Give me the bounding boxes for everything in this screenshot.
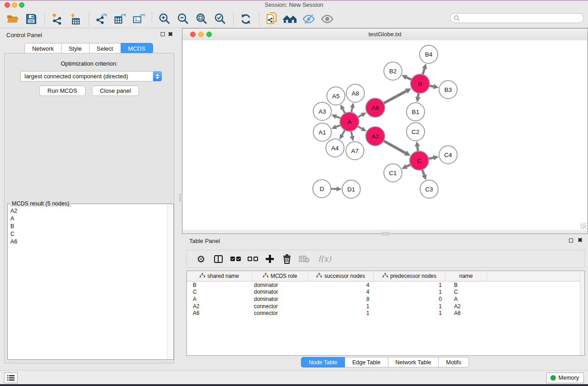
table-cell[interactable]: 8 <box>308 296 374 302</box>
table-cell[interactable]: 1 <box>374 310 445 316</box>
export-network-icon[interactable] <box>94 12 109 26</box>
tab-style[interactable]: Style <box>62 43 90 54</box>
mcds-result-item[interactable]: B <box>8 222 167 230</box>
table-row[interactable]: Adominator80A <box>187 295 584 303</box>
table-row[interactable]: A6connector11A6 <box>187 310 584 317</box>
table-cell[interactable]: 4 <box>308 282 374 288</box>
select-all-icon[interactable] <box>229 252 242 266</box>
hide-details-icon[interactable] <box>301 12 316 26</box>
run-mcds-button[interactable]: Run MCDS <box>39 86 86 96</box>
table-cell[interactable]: connector <box>252 303 308 310</box>
table-cell[interactable]: dominator <box>252 282 308 288</box>
table-cell[interactable]: 4 <box>308 289 374 295</box>
table-cell[interactable]: 1 <box>374 303 445 310</box>
memory-button[interactable]: Memory <box>546 372 584 383</box>
table-cell[interactable]: A <box>445 296 487 302</box>
add-column-icon[interactable] <box>263 252 277 266</box>
import-table-icon[interactable] <box>68 12 83 26</box>
delete-table-icon[interactable] <box>297 252 311 266</box>
delete-column-trash-icon[interactable] <box>280 252 294 266</box>
close-table-panel-icon[interactable]: ✖ <box>578 237 583 243</box>
table-row[interactable]: A2connector11A2 <box>187 303 584 310</box>
save-session-icon[interactable] <box>24 12 38 26</box>
column-header-successor-nodes[interactable]: successor nodes <box>308 271 374 281</box>
column-header-shared-name[interactable]: shared name <box>187 271 252 281</box>
table-cell[interactable]: connector <box>252 310 308 316</box>
zoom-out-icon[interactable] <box>176 12 190 26</box>
table-cell[interactable]: B <box>445 282 487 288</box>
graph-edge-C-C2[interactable] <box>417 147 418 151</box>
show-details-icon[interactable] <box>320 12 335 26</box>
show-columns-icon[interactable] <box>211 252 225 266</box>
home-icon[interactable] <box>283 12 297 26</box>
graph-edge-A-A3[interactable] <box>336 117 340 119</box>
graph-edge-A-A6[interactable] <box>358 115 362 117</box>
table-row[interactable]: Cdominator41C <box>187 289 584 296</box>
network-canvas[interactable]: B4B2BB3A8A5A6A3B1AA1C2A2A4A7C4CC1C3DD1 <box>183 40 587 230</box>
table-cell[interactable]: A2 <box>445 303 487 310</box>
export-table-icon[interactable] <box>113 12 127 26</box>
column-header-predecessor-nodes[interactable]: predecessor nodes <box>374 271 445 281</box>
import-network-icon[interactable] <box>50 12 64 26</box>
table-cell[interactable]: 1 <box>308 303 374 310</box>
refresh-icon[interactable] <box>239 12 253 26</box>
graph-edge-C-C4[interactable] <box>429 158 434 159</box>
tab-network-table[interactable]: Network Table <box>388 357 439 367</box>
tab-network[interactable]: Network <box>24 43 62 54</box>
close-panel-icon[interactable]: ✖ <box>168 31 173 38</box>
graph-edge-B-B3[interactable] <box>430 86 434 86</box>
table-cell[interactable]: A2 <box>187 303 252 310</box>
table-cell[interactable]: C <box>445 289 487 295</box>
search-field[interactable] <box>450 13 584 23</box>
mcds-result-item[interactable]: A2 <box>8 207 167 214</box>
table-cell[interactable]: dominator <box>252 296 308 302</box>
table-cell[interactable]: A6 <box>445 310 487 316</box>
table-cell[interactable]: 0 <box>374 296 445 302</box>
graph-edge-A-A5[interactable] <box>343 109 345 114</box>
table-scrollbar[interactable] <box>580 271 584 355</box>
tab-mcds[interactable]: MCDS <box>121 43 153 54</box>
mcds-result-item[interactable]: A <box>8 214 167 222</box>
tab-node-table[interactable]: Node Table <box>301 357 345 367</box>
graph-edge-A-A7[interactable] <box>351 131 352 136</box>
network-window-titlebar[interactable]: testGlobe.txt <box>182 29 588 41</box>
result-scrollbar[interactable] <box>167 205 173 359</box>
resize-grip[interactable] <box>580 223 586 229</box>
mcds-result-item[interactable]: A6 <box>8 238 167 245</box>
zoom-in-icon[interactable] <box>157 12 172 26</box>
table-cell[interactable]: 1 <box>374 282 445 288</box>
table-settings-gear-icon[interactable]: ⚙ <box>194 252 208 266</box>
column-header-MCDS-role[interactable]: MCDS role <box>252 271 308 281</box>
export-image-icon[interactable] <box>131 12 146 26</box>
open-session-icon[interactable] <box>264 12 279 26</box>
graph-edge-A-A2[interactable] <box>358 126 362 129</box>
graph-edge-A6-B[interactable] <box>384 91 406 103</box>
deselect-all-icon[interactable] <box>246 252 259 266</box>
tab-motifs[interactable]: Motifs <box>439 357 468 367</box>
graph-edge-A2-C[interactable] <box>383 141 406 153</box>
table-cell[interactable]: A6 <box>187 310 252 316</box>
graph-edge-A-A8[interactable] <box>351 108 352 113</box>
float-table-panel-icon[interactable] <box>569 238 573 243</box>
table-cell[interactable]: B <box>187 282 252 288</box>
table-cell[interactable]: 1 <box>374 289 445 295</box>
table-cell[interactable]: 1 <box>308 310 374 316</box>
table-cell[interactable]: A <box>187 296 252 302</box>
zoom-fit-icon[interactable] <box>194 12 209 26</box>
tab-select[interactable]: Select <box>90 43 121 54</box>
open-file-icon[interactable] <box>5 12 20 26</box>
graph-edge-C-C3[interactable] <box>422 170 424 175</box>
graph-edge-C-C1[interactable] <box>406 165 411 167</box>
zoom-selected-icon[interactable] <box>213 12 227 26</box>
apply-function-icon[interactable]: f(x) <box>315 252 335 266</box>
search-input[interactable] <box>460 14 575 22</box>
table-cell[interactable]: dominator <box>252 289 308 295</box>
graph-edge-B-B1[interactable] <box>418 93 418 97</box>
task-history-button[interactable] <box>4 372 18 383</box>
table-row[interactable]: Bdominator41B <box>187 281 584 289</box>
splitter-handle-vertical[interactable] <box>179 194 182 201</box>
optimization-criterion-select[interactable]: largest connected component (directed) <box>20 71 162 81</box>
close-panel-button[interactable]: Close panel <box>92 86 139 96</box>
float-panel-icon[interactable] <box>161 32 165 36</box>
column-header-name[interactable]: name <box>445 271 487 281</box>
